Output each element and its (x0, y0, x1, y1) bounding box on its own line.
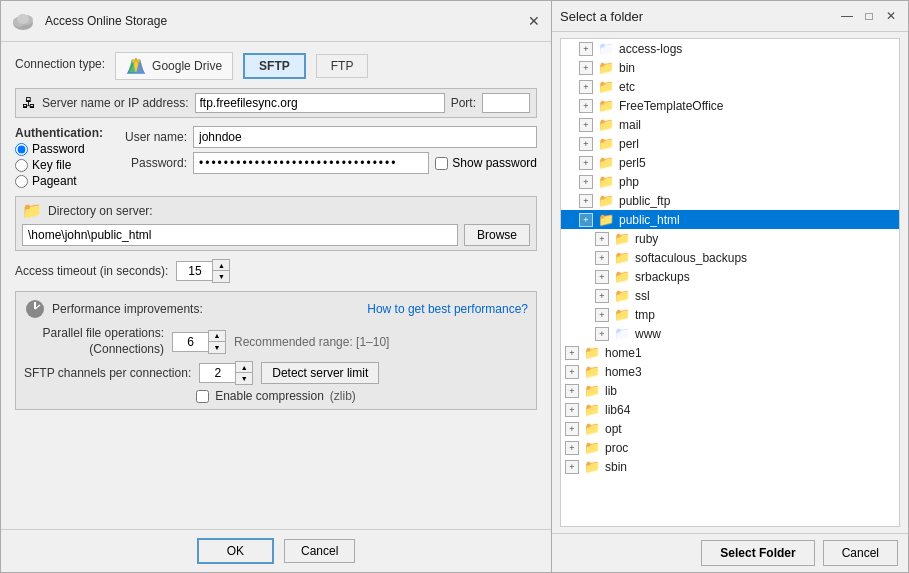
sftp-button[interactable]: SFTP (243, 53, 306, 79)
ftp-button[interactable]: FTP (316, 54, 369, 78)
tree-item-public_html[interactable]: +📁public_html (561, 210, 899, 229)
expand-icon-sbin[interactable]: + (565, 460, 579, 474)
expand-icon-lib64[interactable]: + (565, 403, 579, 417)
tree-item-sbin[interactable]: +📁sbin (561, 457, 899, 476)
password-label: Password: (117, 156, 187, 170)
sftp-channels-increment-button[interactable]: ▲ (236, 362, 252, 373)
sftp-channels-decrement-button[interactable]: ▼ (236, 373, 252, 384)
cancel-folder-button[interactable]: Cancel (823, 540, 898, 566)
username-label: User name: (117, 130, 187, 144)
left-dialog-title: Access Online Storage (45, 14, 167, 28)
expand-icon-public_ftp[interactable]: + (579, 194, 593, 208)
sftp-channels-spinbox-buttons: ▲ ▼ (235, 361, 253, 385)
left-dialog-close-button[interactable]: ✕ (525, 12, 543, 30)
tree-item-php[interactable]: +📁php (561, 172, 899, 191)
expand-icon-home3[interactable]: + (565, 365, 579, 379)
directory-input[interactable] (22, 224, 458, 246)
browse-button[interactable]: Browse (464, 224, 530, 246)
folder-icon-mail: 📁 (598, 117, 614, 132)
tree-item-proc[interactable]: +📁proc (561, 438, 899, 457)
parallel-ops-increment-button[interactable]: ▲ (209, 331, 225, 342)
tree-item-mail[interactable]: +📁mail (561, 115, 899, 134)
expand-icon-perl5[interactable]: + (579, 156, 593, 170)
pageant-radio-row[interactable]: Pageant (15, 174, 105, 188)
server-name-input[interactable] (195, 93, 445, 113)
performance-label: Performance improvements: (52, 302, 203, 316)
username-input[interactable] (193, 126, 537, 148)
select-folder-button[interactable]: Select Folder (701, 540, 814, 566)
tree-item-lib64[interactable]: +📁lib64 (561, 400, 899, 419)
expand-icon-access-logs[interactable]: + (579, 42, 593, 56)
performance-link[interactable]: How to get best performance? (367, 302, 528, 316)
tree-label-php: php (619, 175, 639, 189)
tree-item-bin[interactable]: +📁bin (561, 58, 899, 77)
directory-header: 📁 Directory on server: (22, 201, 530, 220)
expand-icon-etc[interactable]: + (579, 80, 593, 94)
folder-dialog-close-button[interactable]: ✕ (882, 7, 900, 25)
expand-icon-bin[interactable]: + (579, 61, 593, 75)
folder-dialog-minimize-button[interactable]: — (838, 7, 856, 25)
expand-icon-FreeTemplateOffice[interactable]: + (579, 99, 593, 113)
pageant-radio[interactable] (15, 175, 28, 188)
left-dialog-footer: OK Cancel (1, 529, 551, 572)
google-drive-button[interactable]: Google Drive (115, 52, 233, 80)
tree-item-public_ftp[interactable]: +📁public_ftp (561, 191, 899, 210)
tree-item-home3[interactable]: +📁home3 (561, 362, 899, 381)
tree-item-perl[interactable]: +📁perl (561, 134, 899, 153)
tree-item-ruby[interactable]: +📁ruby (561, 229, 899, 248)
tree-item-ssl[interactable]: +📁ssl (561, 286, 899, 305)
tree-item-home1[interactable]: +📁home1 (561, 343, 899, 362)
expand-icon-mail[interactable]: + (579, 118, 593, 132)
expand-icon-opt[interactable]: + (565, 422, 579, 436)
directory-input-row: Browse (22, 224, 530, 246)
expand-icon-ruby[interactable]: + (595, 232, 609, 246)
tree-item-lib[interactable]: +📁lib (561, 381, 899, 400)
google-drive-icon (126, 57, 146, 75)
password-radio[interactable] (15, 143, 28, 156)
tree-label-mail: mail (619, 118, 641, 132)
folder-icon-home3: 📁 (584, 364, 600, 379)
tree-item-tmp[interactable]: +📁tmp (561, 305, 899, 324)
expand-icon-ssl[interactable]: + (595, 289, 609, 303)
show-password-row: Show password (435, 156, 537, 170)
detect-server-limit-button[interactable]: Detect server limit (261, 362, 379, 384)
tree-item-perl5[interactable]: +📁perl5 (561, 153, 899, 172)
expand-icon-lib[interactable]: + (565, 384, 579, 398)
timeout-input[interactable] (176, 261, 212, 281)
tree-item-etc[interactable]: +📁etc (561, 77, 899, 96)
sftp-channels-input[interactable] (199, 363, 235, 383)
expand-icon-home1[interactable]: + (565, 346, 579, 360)
keyfile-radio[interactable] (15, 159, 28, 172)
tree-item-access-logs[interactable]: +📁access-logs (561, 39, 899, 58)
tree-item-www[interactable]: +📁www (561, 324, 899, 343)
password-radio-row[interactable]: Password (15, 142, 105, 156)
expand-icon-srbackups[interactable]: + (595, 270, 609, 284)
tree-item-opt[interactable]: +📁opt (561, 419, 899, 438)
show-password-checkbox[interactable] (435, 157, 448, 170)
expand-icon-www[interactable]: + (595, 327, 609, 341)
expand-icon-softaculous_backups[interactable]: + (595, 251, 609, 265)
tree-label-sbin: sbin (605, 460, 627, 474)
password-row: Password: Show password (117, 152, 537, 174)
ok-button[interactable]: OK (197, 538, 274, 564)
expand-icon-php[interactable]: + (579, 175, 593, 189)
parallel-ops-decrement-button[interactable]: ▼ (209, 342, 225, 353)
enable-compression-checkbox[interactable] (196, 390, 209, 403)
tree-label-www: www (635, 327, 661, 341)
parallel-ops-input[interactable] (172, 332, 208, 352)
timeout-increment-button[interactable]: ▲ (213, 260, 229, 271)
folder-dialog-maximize-button[interactable]: □ (860, 7, 878, 25)
cancel-button[interactable]: Cancel (284, 539, 355, 563)
password-input[interactable] (193, 152, 429, 174)
folder-icon-ssl: 📁 (614, 288, 630, 303)
expand-icon-proc[interactable]: + (565, 441, 579, 455)
port-input[interactable] (482, 93, 530, 113)
tree-item-FreeTemplateOffice[interactable]: +📁FreeTemplateOffice (561, 96, 899, 115)
tree-item-srbackups[interactable]: +📁srbackups (561, 267, 899, 286)
expand-icon-public_html[interactable]: + (579, 213, 593, 227)
keyfile-radio-row[interactable]: Key file (15, 158, 105, 172)
tree-item-softaculous_backups[interactable]: +📁softaculous_backups (561, 248, 899, 267)
expand-icon-perl[interactable]: + (579, 137, 593, 151)
timeout-decrement-button[interactable]: ▼ (213, 271, 229, 282)
expand-icon-tmp[interactable]: + (595, 308, 609, 322)
